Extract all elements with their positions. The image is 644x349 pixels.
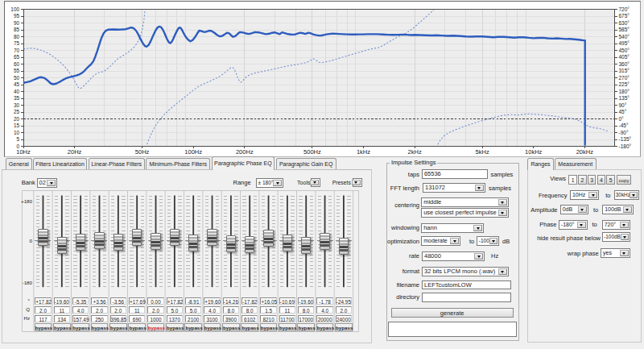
svg-text:315°: 315° <box>619 68 630 73</box>
svg-text:135°: 135° <box>619 95 630 101</box>
svg-text:35: 35 <box>14 95 20 101</box>
svg-text:50: 50 <box>14 75 20 81</box>
svg-text:20Hz: 20Hz <box>68 148 82 156</box>
svg-text:10kHz: 10kHz <box>525 148 543 156</box>
svg-text:405°: 405° <box>619 54 630 60</box>
svg-text:40: 40 <box>14 89 20 94</box>
svg-text:100: 100 <box>10 6 19 12</box>
svg-text:225°: 225° <box>619 81 630 87</box>
svg-text:60: 60 <box>14 61 20 67</box>
svg-text:-90°: -90° <box>619 130 629 135</box>
svg-text:180°: 180° <box>619 89 630 94</box>
svg-text:20: 20 <box>14 116 20 122</box>
svg-text:675°: 675° <box>619 13 630 19</box>
svg-text:50Hz: 50Hz <box>135 148 150 156</box>
svg-text:15: 15 <box>14 123 20 128</box>
svg-text:90°: 90° <box>619 102 627 108</box>
svg-text:45: 45 <box>14 81 20 87</box>
svg-text:25: 25 <box>14 109 20 114</box>
svg-text:360°: 360° <box>619 61 630 67</box>
svg-text:100Hz: 100Hz <box>184 148 202 156</box>
svg-text:720°: 720° <box>619 6 630 12</box>
svg-text:2kHz: 2kHz <box>408 148 422 156</box>
svg-text:90: 90 <box>14 20 20 26</box>
svg-text:-135°: -135° <box>619 136 632 142</box>
svg-text:540°: 540° <box>619 34 630 39</box>
svg-text:20kHz: 20kHz <box>576 148 594 156</box>
svg-text:-180°: -180° <box>619 143 632 149</box>
svg-text:95: 95 <box>14 13 20 19</box>
svg-text:85: 85 <box>14 27 20 32</box>
svg-text:500Hz: 500Hz <box>303 148 321 156</box>
svg-text:80: 80 <box>14 34 20 39</box>
svg-text:0°: 0° <box>619 116 625 122</box>
svg-text:630°: 630° <box>619 20 630 26</box>
svg-text:45°: 45° <box>619 109 627 114</box>
svg-text:10Hz: 10Hz <box>16 148 31 156</box>
svg-text:-45°: -45° <box>619 123 629 128</box>
svg-text:5: 5 <box>16 136 19 142</box>
svg-text:65: 65 <box>14 54 20 60</box>
svg-text:1kHz: 1kHz <box>357 148 370 156</box>
svg-text:270°: 270° <box>619 75 630 81</box>
svg-text:200Hz: 200Hz <box>236 148 254 156</box>
svg-text:70: 70 <box>14 48 20 53</box>
svg-text:10: 10 <box>14 130 20 135</box>
svg-text:55: 55 <box>14 68 20 73</box>
svg-text:5kHz: 5kHz <box>476 148 489 156</box>
svg-text:450°: 450° <box>619 48 630 53</box>
svg-text:585°: 585° <box>619 27 630 32</box>
svg-text:495°: 495° <box>619 40 630 46</box>
svg-text:30: 30 <box>14 102 20 108</box>
svg-text:75: 75 <box>14 40 20 46</box>
